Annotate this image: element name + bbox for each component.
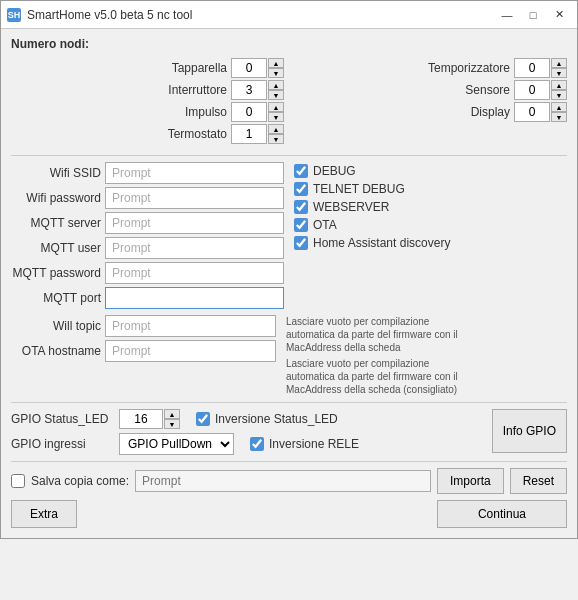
titlebar-controls: — □ ✕: [495, 6, 571, 24]
termostato-input[interactable]: [231, 124, 267, 144]
ota-label: OTA: [313, 218, 337, 232]
termostato-spinner: ▲ ▼: [231, 124, 284, 144]
impulso-spinner: ▲ ▼: [231, 102, 284, 122]
sensore-row: Sensore ▲ ▼: [294, 79, 567, 101]
display-up[interactable]: ▲: [551, 102, 567, 112]
will-topic-row: Will topic: [11, 315, 276, 337]
impulso-input[interactable]: [231, 102, 267, 122]
temporizzatore-label: Temporizzatore: [420, 61, 510, 75]
gpio-status-led-down[interactable]: ▼: [164, 419, 180, 429]
impulso-down[interactable]: ▼: [268, 112, 284, 122]
debug-checkbox[interactable]: [294, 164, 308, 178]
temporizzatore-spinner-buttons: ▲ ▼: [551, 58, 567, 78]
wifi-password-input[interactable]: [105, 187, 284, 209]
termostato-up[interactable]: ▲: [268, 124, 284, 134]
temporizzatore-row: Temporizzatore ▲ ▼: [294, 57, 567, 79]
display-spinner-buttons: ▲ ▼: [551, 102, 567, 122]
window-title: SmartHome v5.0 beta 5 nc tool: [27, 8, 192, 22]
ota-checkbox[interactable]: [294, 218, 308, 232]
webserver-label: WEBSERVER: [313, 200, 389, 214]
gpio-section: GPIO Status_LED ▲ ▼ Inversione Status_LE…: [11, 409, 567, 455]
telnet-debug-checkbox[interactable]: [294, 182, 308, 196]
divider-3: [11, 461, 567, 462]
mqtt-server-input[interactable]: [105, 212, 284, 234]
gpio-status-led-up[interactable]: ▲: [164, 409, 180, 419]
inversione-rele-row: Inversione RELE: [250, 437, 359, 451]
termostato-label: Termostato: [137, 127, 227, 141]
interruttore-down[interactable]: ▼: [268, 90, 284, 100]
gpio-status-led-input[interactable]: [119, 409, 163, 429]
mqtt-user-input[interactable]: [105, 237, 284, 259]
mqtt-port-input[interactable]: [105, 287, 284, 309]
mqtt-server-row: MQTT server: [11, 212, 284, 234]
display-spinner: ▲ ▼: [514, 102, 567, 122]
extra-button[interactable]: Extra: [11, 500, 77, 528]
webserver-checkbox[interactable]: [294, 200, 308, 214]
info-gpio-button[interactable]: Info GPIO: [492, 409, 567, 453]
display-down[interactable]: ▼: [551, 112, 567, 122]
divider-2: [11, 402, 567, 403]
mqtt-server-label: MQTT server: [11, 216, 101, 230]
interruttore-spinner: ▲ ▼: [231, 80, 284, 100]
sensore-up[interactable]: ▲: [551, 80, 567, 90]
temporizzatore-up[interactable]: ▲: [551, 58, 567, 68]
interruttore-up[interactable]: ▲: [268, 80, 284, 90]
telnet-debug-label: TELNET DEBUG: [313, 182, 405, 196]
close-button[interactable]: ✕: [547, 6, 571, 24]
will-ota-notes: Lasciare vuoto per compilazione automati…: [286, 315, 567, 396]
salva-input[interactable]: [135, 470, 431, 492]
inversione-rele-checkbox[interactable]: [250, 437, 264, 451]
mqtt-password-input[interactable]: [105, 262, 284, 284]
tapparella-label: Tapparella: [137, 61, 227, 75]
termostato-down[interactable]: ▼: [268, 134, 284, 144]
minimize-button[interactable]: —: [495, 6, 519, 24]
tapparella-down[interactable]: ▼: [268, 68, 284, 78]
debug-checkbox-row: DEBUG: [294, 164, 567, 178]
inversione-status-led-row: Inversione Status_LED: [196, 412, 338, 426]
ota-hostname-label: OTA hostname: [11, 344, 101, 358]
interruttore-input[interactable]: [231, 80, 267, 100]
mqtt-user-label: MQTT user: [11, 241, 101, 255]
reset-button[interactable]: Reset: [510, 468, 567, 494]
tapparella-input[interactable]: [231, 58, 267, 78]
tapparella-row: Tapparella ▲ ▼: [11, 57, 284, 79]
will-ota-fields: Will topic OTA hostname: [11, 315, 276, 396]
will-topic-input[interactable]: [105, 315, 276, 337]
inversione-status-led-label: Inversione Status_LED: [215, 412, 338, 426]
display-input[interactable]: [514, 102, 550, 122]
bottom-section: Salva copia come: Importa Reset: [11, 468, 567, 494]
temporizzatore-input[interactable]: [514, 58, 550, 78]
sensore-down[interactable]: ▼: [551, 90, 567, 100]
gpio-fields: GPIO Status_LED ▲ ▼ Inversione Status_LE…: [11, 409, 486, 455]
wifi-ssid-input[interactable]: [105, 162, 284, 184]
salva-checkbox[interactable]: [11, 474, 25, 488]
display-row: Display ▲ ▼: [294, 101, 567, 123]
continua-button[interactable]: Continua: [437, 500, 567, 528]
ota-checkbox-row: OTA: [294, 218, 567, 232]
impulso-spinner-buttons: ▲ ▼: [268, 102, 284, 122]
display-label: Display: [420, 105, 510, 119]
tapparella-up[interactable]: ▲: [268, 58, 284, 68]
importa-button[interactable]: Importa: [437, 468, 504, 494]
ota-hostname-row: OTA hostname: [11, 340, 276, 362]
ota-hostname-input[interactable]: [105, 340, 276, 362]
interruttore-label: Interruttore: [137, 83, 227, 97]
gpio-ingressi-select[interactable]: GPIO PullDown GPIO PullUp GPIO Normal: [119, 433, 234, 455]
gpio-ingressi-row: GPIO ingressi GPIO PullDown GPIO PullUp …: [11, 433, 486, 455]
mqtt-port-label: MQTT port: [11, 291, 101, 305]
home-assistant-label: Home Assistant discovery: [313, 236, 450, 250]
temporizzatore-down[interactable]: ▼: [551, 68, 567, 78]
sensore-input[interactable]: [514, 80, 550, 100]
mqtt-password-label: MQTT password: [11, 266, 101, 280]
sensore-label: Sensore: [420, 83, 510, 97]
nodes-grid: Tapparella ▲ ▼ Interruttore ▲: [11, 57, 567, 145]
maximize-button[interactable]: □: [521, 6, 545, 24]
divider-1: [11, 155, 567, 156]
gpio-status-led-label: GPIO Status_LED: [11, 412, 111, 426]
inversione-status-led-checkbox[interactable]: [196, 412, 210, 426]
impulso-up[interactable]: ▲: [268, 102, 284, 112]
home-assistant-checkbox[interactable]: [294, 236, 308, 250]
interruttore-row: Interruttore ▲ ▼: [11, 79, 284, 101]
termostato-row: Termostato ▲ ▼: [11, 123, 284, 145]
ota-note: Lasciare vuoto per compilazione automati…: [286, 357, 481, 396]
